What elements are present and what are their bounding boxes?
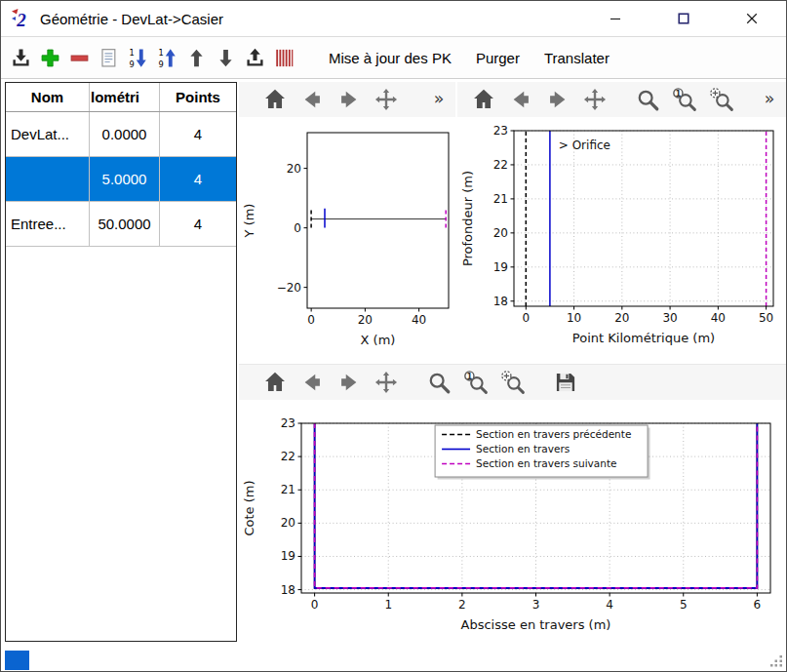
move-up-icon[interactable] bbox=[185, 47, 208, 69]
svg-text:Point Kilométrique (m): Point Kilométrique (m) bbox=[572, 331, 715, 345]
import-icon[interactable] bbox=[10, 47, 32, 69]
pan-icon[interactable] bbox=[372, 368, 401, 397]
sort-up-icon[interactable]: 19 bbox=[156, 47, 178, 69]
svg-text:0: 0 bbox=[522, 311, 530, 325]
back-icon[interactable] bbox=[297, 85, 327, 114]
zoom-icon[interactable] bbox=[424, 368, 453, 397]
svg-text:3: 3 bbox=[532, 598, 540, 612]
svg-text:40: 40 bbox=[711, 311, 726, 325]
translate-button[interactable]: Translater bbox=[535, 47, 618, 69]
svg-text:23: 23 bbox=[493, 124, 508, 138]
cell-points[interactable]: 4 bbox=[160, 112, 236, 156]
svg-text:23: 23 bbox=[281, 416, 295, 430]
cell-nom[interactable] bbox=[6, 157, 90, 201]
table-row[interactable]: 5.00004 bbox=[6, 157, 236, 202]
svg-text:20: 20 bbox=[493, 226, 508, 240]
statusbar bbox=[1, 646, 786, 671]
table-body: DevLat...0.000045.00004Entree...50.00004 bbox=[6, 112, 236, 247]
column-header-nom[interactable]: Nom bbox=[6, 83, 90, 111]
svg-text:20: 20 bbox=[614, 311, 629, 325]
forward-icon[interactable] bbox=[543, 85, 572, 114]
column-header-points[interactable]: Points bbox=[160, 83, 236, 111]
svg-text:4: 4 bbox=[606, 598, 613, 612]
cell-pk[interactable]: 50.0000 bbox=[90, 202, 160, 246]
overflow-icon[interactable]: » bbox=[755, 85, 784, 114]
svg-text:18: 18 bbox=[281, 583, 295, 597]
barcode-icon[interactable] bbox=[273, 47, 295, 69]
profile-panel: 1» 01020304050181920212223Point Kilométr… bbox=[457, 82, 786, 357]
app-window: 2 Géométrie - DevLat->Casier 1919Mise à … bbox=[0, 0, 787, 672]
svg-text:2: 2 bbox=[458, 598, 466, 612]
taskbar-fragment[interactable] bbox=[5, 651, 29, 670]
home-icon[interactable] bbox=[469, 85, 498, 114]
section-chart[interactable]: 0123456181920212223Abscisse en travers (… bbox=[239, 400, 786, 644]
table-row[interactable]: Entree...50.00004 bbox=[6, 202, 236, 247]
zoom-fit-icon[interactable] bbox=[707, 85, 736, 114]
sort-down-icon[interactable]: 19 bbox=[127, 47, 149, 69]
window-title: Géométrie - DevLat->Casier bbox=[40, 11, 223, 27]
pan-icon[interactable] bbox=[372, 85, 401, 114]
remove-icon[interactable] bbox=[68, 47, 91, 69]
svg-text:1: 1 bbox=[130, 48, 135, 58]
update-pk-button[interactable]: Mise à jour des PK bbox=[320, 47, 460, 69]
add-icon[interactable] bbox=[39, 47, 61, 69]
section-panel: 1 0123456181920212223Abscisse en travers… bbox=[239, 364, 786, 644]
svg-text:9: 9 bbox=[130, 59, 135, 68]
svg-text:5: 5 bbox=[680, 598, 688, 612]
home-icon[interactable] bbox=[260, 368, 290, 397]
main-toolbar: 1919Mise à jour des PKPurgerTranslater bbox=[1, 37, 786, 79]
svg-text:Section en travers: Section en travers bbox=[476, 443, 570, 455]
zoom-icon[interactable] bbox=[633, 85, 662, 114]
cell-pk[interactable]: 0.0000 bbox=[90, 112, 160, 156]
column-header-pk[interactable]: lométri bbox=[90, 83, 160, 111]
svg-text:30: 30 bbox=[662, 311, 677, 325]
app-icon: 2 bbox=[9, 7, 32, 30]
zoom-fit-icon[interactable] bbox=[498, 368, 528, 397]
svg-text:22: 22 bbox=[281, 450, 295, 463]
document-icon[interactable] bbox=[98, 47, 120, 69]
svg-text:19: 19 bbox=[493, 260, 508, 274]
section-toolbar: 1 bbox=[239, 365, 786, 400]
cell-points[interactable]: 4 bbox=[160, 202, 236, 246]
move-down-icon[interactable] bbox=[215, 47, 237, 69]
resize-grip[interactable] bbox=[769, 654, 783, 668]
svg-text:0: 0 bbox=[294, 221, 301, 235]
svg-text:Cote (m): Cote (m) bbox=[242, 480, 256, 535]
content: Nom lométri Points DevLat...0.000045.000… bbox=[1, 79, 786, 646]
pan-icon[interactable] bbox=[580, 85, 610, 114]
export-icon[interactable] bbox=[244, 47, 266, 69]
profile-chart[interactable]: 01020304050181920212223Point Kilométriqu… bbox=[457, 117, 786, 357]
back-icon[interactable] bbox=[297, 368, 327, 397]
profile-toolbar: 1» bbox=[457, 82, 786, 117]
cell-points[interactable]: 4 bbox=[160, 157, 236, 201]
svg-text:0: 0 bbox=[311, 598, 319, 612]
plan-chart[interactable]: 02040−20020X (m)Y (m) bbox=[239, 117, 455, 357]
svg-text:Section en travers précédente: Section en travers précédente bbox=[476, 428, 631, 440]
minimize-button[interactable] bbox=[581, 1, 649, 36]
zoom-one-icon[interactable]: 1 bbox=[670, 85, 699, 114]
cell-nom[interactable]: DevLat... bbox=[6, 112, 90, 156]
svg-text:Abscisse en travers (m): Abscisse en travers (m) bbox=[461, 617, 611, 632]
svg-text:1: 1 bbox=[384, 598, 392, 612]
svg-text:10: 10 bbox=[567, 311, 581, 325]
forward-icon[interactable] bbox=[334, 85, 364, 114]
overflow-icon[interactable]: » bbox=[424, 85, 453, 114]
zoom-one-icon[interactable]: 1 bbox=[461, 368, 491, 397]
table-row[interactable]: DevLat...0.00004 bbox=[6, 112, 236, 157]
cell-pk[interactable]: 5.0000 bbox=[90, 157, 160, 201]
svg-text:Y (m): Y (m) bbox=[242, 204, 256, 239]
purge-button[interactable]: Purger bbox=[467, 47, 529, 69]
home-icon[interactable] bbox=[260, 85, 290, 114]
close-button[interactable] bbox=[718, 1, 786, 36]
svg-text:9: 9 bbox=[159, 59, 164, 68]
cell-nom[interactable]: Entree... bbox=[6, 202, 90, 246]
svg-text:21: 21 bbox=[493, 192, 508, 206]
save-icon[interactable] bbox=[551, 368, 580, 397]
svg-text:19: 19 bbox=[281, 549, 295, 563]
back-icon[interactable] bbox=[506, 85, 535, 114]
forward-icon[interactable] bbox=[334, 368, 364, 397]
svg-text:0: 0 bbox=[307, 313, 315, 327]
svg-text:»: » bbox=[434, 89, 445, 108]
maximize-button[interactable] bbox=[649, 1, 718, 36]
svg-text:20: 20 bbox=[358, 313, 373, 327]
